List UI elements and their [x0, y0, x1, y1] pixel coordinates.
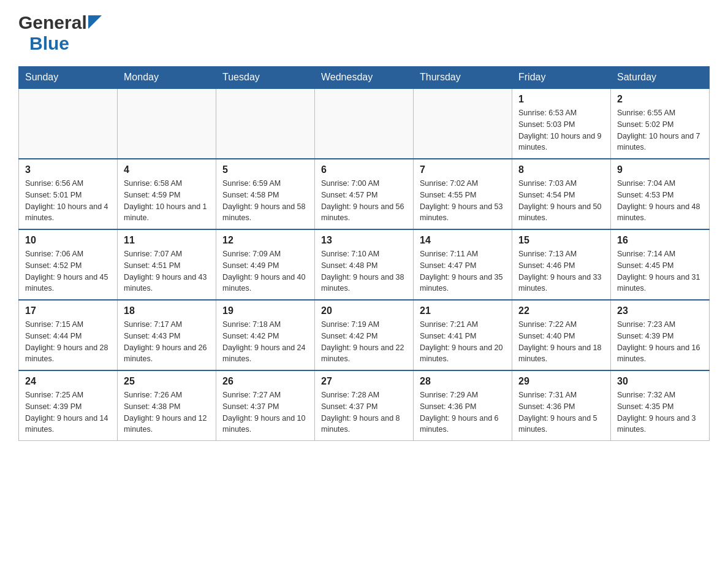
- calendar-cell: 21Sunrise: 7:21 AM Sunset: 4:41 PM Dayli…: [414, 300, 512, 370]
- day-info: Sunrise: 6:55 AM Sunset: 5:02 PM Dayligh…: [617, 107, 703, 153]
- day-number: 11: [124, 235, 210, 246]
- logo: General Blue: [18, 12, 102, 54]
- calendar-cell: 7Sunrise: 7:02 AM Sunset: 4:55 PM Daylig…: [414, 159, 512, 229]
- day-number: 25: [124, 376, 210, 387]
- col-thursday: Thursday: [414, 67, 512, 89]
- week-row-1: 1Sunrise: 6:53 AM Sunset: 5:03 PM Daylig…: [19, 88, 710, 159]
- day-info: Sunrise: 7:00 AM Sunset: 4:57 PM Dayligh…: [321, 178, 407, 224]
- col-saturday: Saturday: [611, 67, 710, 89]
- day-info: Sunrise: 7:26 AM Sunset: 4:38 PM Dayligh…: [124, 389, 210, 435]
- day-info: Sunrise: 7:19 AM Sunset: 4:42 PM Dayligh…: [321, 319, 407, 365]
- page-header: General Blue: [18, 12, 710, 54]
- day-number: 10: [25, 235, 111, 246]
- day-info: Sunrise: 7:27 AM Sunset: 4:37 PM Dayligh…: [222, 389, 308, 435]
- calendar-cell: 6Sunrise: 7:00 AM Sunset: 4:57 PM Daylig…: [315, 159, 414, 229]
- day-number: 3: [25, 164, 111, 175]
- day-info: Sunrise: 7:23 AM Sunset: 4:39 PM Dayligh…: [617, 319, 703, 365]
- day-number: 24: [25, 376, 111, 387]
- day-info: Sunrise: 7:06 AM Sunset: 4:52 PM Dayligh…: [25, 248, 111, 294]
- day-info: Sunrise: 7:22 AM Sunset: 4:40 PM Dayligh…: [518, 319, 604, 365]
- day-number: 4: [124, 164, 210, 175]
- calendar-cell: 27Sunrise: 7:28 AM Sunset: 4:37 PM Dayli…: [315, 370, 414, 441]
- day-number: 17: [25, 305, 111, 316]
- day-info: Sunrise: 7:13 AM Sunset: 4:46 PM Dayligh…: [518, 248, 604, 294]
- day-number: 1: [518, 94, 604, 105]
- calendar-cell: 25Sunrise: 7:26 AM Sunset: 4:38 PM Dayli…: [118, 370, 216, 441]
- day-number: 16: [617, 235, 703, 246]
- day-number: 26: [222, 376, 308, 387]
- calendar-cell: 17Sunrise: 7:15 AM Sunset: 4:44 PM Dayli…: [19, 300, 118, 370]
- day-number: 8: [518, 164, 604, 175]
- day-info: Sunrise: 6:58 AM Sunset: 4:59 PM Dayligh…: [124, 178, 210, 224]
- day-number: 21: [420, 305, 506, 316]
- calendar-cell: [315, 88, 414, 159]
- calendar-cell: 22Sunrise: 7:22 AM Sunset: 4:40 PM Dayli…: [512, 300, 611, 370]
- day-info: Sunrise: 7:32 AM Sunset: 4:35 PM Dayligh…: [617, 389, 703, 435]
- day-number: 5: [222, 164, 308, 175]
- day-number: 9: [617, 164, 703, 175]
- day-number: 28: [420, 376, 506, 387]
- calendar-cell: 29Sunrise: 7:31 AM Sunset: 4:36 PM Dayli…: [512, 370, 611, 441]
- day-info: Sunrise: 7:10 AM Sunset: 4:48 PM Dayligh…: [321, 248, 407, 294]
- day-number: 30: [617, 376, 703, 387]
- calendar-cell: 10Sunrise: 7:06 AM Sunset: 4:52 PM Dayli…: [19, 229, 118, 300]
- day-number: 6: [321, 164, 407, 175]
- calendar-cell: 13Sunrise: 7:10 AM Sunset: 4:48 PM Dayli…: [315, 229, 414, 300]
- day-info: Sunrise: 7:04 AM Sunset: 4:53 PM Dayligh…: [617, 178, 703, 224]
- logo-general-text: General: [18, 12, 87, 33]
- day-info: Sunrise: 7:31 AM Sunset: 4:36 PM Dayligh…: [518, 389, 604, 435]
- calendar-cell: [414, 88, 512, 159]
- day-info: Sunrise: 6:56 AM Sunset: 5:01 PM Dayligh…: [25, 178, 111, 224]
- calendar-cell: 4Sunrise: 6:58 AM Sunset: 4:59 PM Daylig…: [118, 159, 216, 229]
- logo-blue-text: Blue: [29, 33, 69, 53]
- calendar-cell: 26Sunrise: 7:27 AM Sunset: 4:37 PM Dayli…: [216, 370, 315, 441]
- day-info: Sunrise: 7:28 AM Sunset: 4:37 PM Dayligh…: [321, 389, 407, 435]
- day-info: Sunrise: 7:14 AM Sunset: 4:45 PM Dayligh…: [617, 248, 703, 294]
- calendar-cell: 1Sunrise: 6:53 AM Sunset: 5:03 PM Daylig…: [512, 88, 611, 159]
- day-number: 22: [518, 305, 604, 316]
- day-info: Sunrise: 6:53 AM Sunset: 5:03 PM Dayligh…: [518, 107, 604, 153]
- svg-marker-0: [88, 15, 102, 29]
- calendar-cell: 11Sunrise: 7:07 AM Sunset: 4:51 PM Dayli…: [118, 229, 216, 300]
- day-info: Sunrise: 7:09 AM Sunset: 4:49 PM Dayligh…: [222, 248, 308, 294]
- calendar-cell: 15Sunrise: 7:13 AM Sunset: 4:46 PM Dayli…: [512, 229, 611, 300]
- day-info: Sunrise: 7:02 AM Sunset: 4:55 PM Dayligh…: [420, 178, 506, 224]
- calendar-table: Sunday Monday Tuesday Wednesday Thursday…: [18, 66, 710, 441]
- calendar-cell: 5Sunrise: 6:59 AM Sunset: 4:58 PM Daylig…: [216, 159, 315, 229]
- calendar-cell: 8Sunrise: 7:03 AM Sunset: 4:54 PM Daylig…: [512, 159, 611, 229]
- day-number: 29: [518, 376, 604, 387]
- day-number: 2: [617, 94, 703, 105]
- day-info: Sunrise: 7:18 AM Sunset: 4:42 PM Dayligh…: [222, 319, 308, 365]
- calendar-cell: 3Sunrise: 6:56 AM Sunset: 5:01 PM Daylig…: [19, 159, 118, 229]
- calendar-cell: 9Sunrise: 7:04 AM Sunset: 4:53 PM Daylig…: [611, 159, 710, 229]
- day-info: Sunrise: 7:03 AM Sunset: 4:54 PM Dayligh…: [518, 178, 604, 224]
- week-row-2: 3Sunrise: 6:56 AM Sunset: 5:01 PM Daylig…: [19, 159, 710, 229]
- header-row: Sunday Monday Tuesday Wednesday Thursday…: [19, 67, 710, 89]
- calendar-cell: 16Sunrise: 7:14 AM Sunset: 4:45 PM Dayli…: [611, 229, 710, 300]
- week-row-3: 10Sunrise: 7:06 AM Sunset: 4:52 PM Dayli…: [19, 229, 710, 300]
- day-number: 7: [420, 164, 506, 175]
- day-info: Sunrise: 6:59 AM Sunset: 4:58 PM Dayligh…: [222, 178, 308, 224]
- day-info: Sunrise: 7:25 AM Sunset: 4:39 PM Dayligh…: [25, 389, 111, 435]
- calendar-cell: [19, 88, 118, 159]
- calendar-cell: 30Sunrise: 7:32 AM Sunset: 4:35 PM Dayli…: [611, 370, 710, 441]
- calendar-cell: 18Sunrise: 7:17 AM Sunset: 4:43 PM Dayli…: [118, 300, 216, 370]
- calendar-cell: [216, 88, 315, 159]
- day-info: Sunrise: 7:15 AM Sunset: 4:44 PM Dayligh…: [25, 319, 111, 365]
- calendar-cell: [118, 88, 216, 159]
- day-number: 19: [222, 305, 308, 316]
- day-number: 23: [617, 305, 703, 316]
- day-number: 14: [420, 235, 506, 246]
- day-number: 15: [518, 235, 604, 246]
- calendar-cell: 23Sunrise: 7:23 AM Sunset: 4:39 PM Dayli…: [611, 300, 710, 370]
- calendar-cell: 28Sunrise: 7:29 AM Sunset: 4:36 PM Dayli…: [414, 370, 512, 441]
- day-info: Sunrise: 7:11 AM Sunset: 4:47 PM Dayligh…: [420, 248, 506, 294]
- calendar-cell: 19Sunrise: 7:18 AM Sunset: 4:42 PM Dayli…: [216, 300, 315, 370]
- col-sunday: Sunday: [19, 67, 118, 89]
- week-row-5: 24Sunrise: 7:25 AM Sunset: 4:39 PM Dayli…: [19, 370, 710, 441]
- day-info: Sunrise: 7:21 AM Sunset: 4:41 PM Dayligh…: [420, 319, 506, 365]
- day-number: 27: [321, 376, 407, 387]
- day-number: 18: [124, 305, 210, 316]
- col-monday: Monday: [118, 67, 216, 89]
- calendar-cell: 20Sunrise: 7:19 AM Sunset: 4:42 PM Dayli…: [315, 300, 414, 370]
